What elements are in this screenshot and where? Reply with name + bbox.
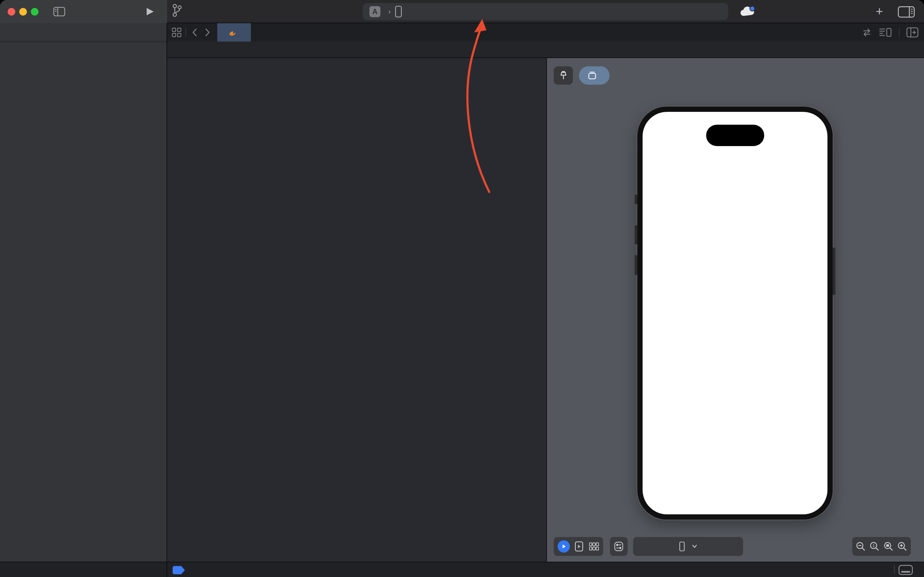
line-col-indicator bbox=[884, 565, 888, 574]
iphone-glyph-icon bbox=[679, 542, 685, 551]
cloud-activity-icon[interactable] bbox=[739, 5, 755, 18]
scheme-app-segment[interactable]: A bbox=[369, 6, 384, 17]
project-branch-block[interactable] bbox=[172, 2, 185, 18]
related-items-icon[interactable] bbox=[171, 27, 182, 38]
mute-switch bbox=[635, 195, 637, 204]
debug-status-bar bbox=[0, 562, 924, 577]
preview-canvas: 1 bbox=[547, 58, 924, 562]
swap-editor-icon[interactable] bbox=[862, 27, 872, 38]
jump-bar bbox=[167, 42, 924, 58]
tabbar-right-divider bbox=[899, 28, 900, 37]
chevron-down-icon bbox=[692, 545, 697, 548]
canvas-icon bbox=[588, 71, 597, 80]
breakpoint-indicator[interactable] bbox=[173, 566, 185, 574]
zoom-controls-group: 1 bbox=[852, 537, 911, 556]
live-preview-button[interactable] bbox=[558, 540, 570, 553]
zoom-window-button[interactable] bbox=[31, 8, 39, 16]
variants-mode-button[interactable] bbox=[589, 541, 599, 552]
power-button bbox=[833, 248, 835, 295]
run-button[interactable] bbox=[145, 7, 155, 16]
svg-text:1: 1 bbox=[872, 543, 875, 548]
sidebar-editor-divider[interactable] bbox=[167, 23, 167, 577]
device-settings-group bbox=[610, 537, 628, 556]
scheme-selector[interactable]: A › bbox=[363, 3, 728, 20]
scheme-chevron: › bbox=[388, 7, 391, 16]
editor-canvas-divider[interactable] bbox=[546, 58, 547, 562]
git-branch-icon bbox=[172, 2, 182, 18]
minimize-window-button[interactable] bbox=[19, 8, 27, 16]
titlebar: A › + bbox=[0, 0, 924, 23]
xcode-window: A › + + bbox=[0, 0, 924, 577]
scheme-destination-segment[interactable] bbox=[395, 6, 406, 18]
zoom-fit-icon[interactable] bbox=[883, 541, 894, 552]
debug-area-toggle-icon[interactable] bbox=[898, 565, 913, 575]
app-target-icon: A bbox=[369, 6, 380, 17]
close-window-button[interactable] bbox=[8, 8, 15, 16]
zoom-100-icon[interactable]: 1 bbox=[869, 541, 880, 552]
canvas-control-bar: 1 bbox=[547, 537, 924, 556]
titlebar-left-section bbox=[0, 0, 167, 23]
preview-destination-picker[interactable] bbox=[633, 537, 743, 556]
tabbar-divider bbox=[185, 28, 186, 37]
dynamic-island bbox=[706, 125, 764, 146]
iphone-screen[interactable] bbox=[642, 112, 827, 514]
go-forward-icon[interactable] bbox=[202, 27, 212, 38]
preview-mode-group bbox=[554, 537, 603, 556]
inspector-toggle-icon[interactable] bbox=[898, 6, 915, 18]
split-editor-icon[interactable] bbox=[906, 27, 919, 38]
iphone-device-icon bbox=[395, 6, 402, 18]
volume-up-button bbox=[635, 225, 637, 245]
iphone-preview-device bbox=[637, 106, 833, 519]
source-editor[interactable] bbox=[167, 58, 547, 562]
sidebar-toggle-icon[interactable] bbox=[53, 7, 65, 16]
volume-down-button bbox=[635, 255, 637, 275]
editor-tab-bar bbox=[167, 23, 924, 42]
project-navigator bbox=[0, 42, 167, 562]
navigator-icon-strip bbox=[0, 23, 167, 42]
zoom-out-icon[interactable] bbox=[855, 541, 866, 552]
library-plus-button[interactable]: + bbox=[873, 5, 885, 18]
statusbar-divider bbox=[894, 566, 895, 574]
adjust-editor-options-icon[interactable] bbox=[879, 27, 892, 38]
device-settings-button[interactable] bbox=[613, 541, 624, 552]
zoom-in-icon[interactable] bbox=[897, 541, 908, 552]
pin-preview-button[interactable] bbox=[554, 66, 573, 85]
tab-landingview[interactable] bbox=[217, 23, 251, 42]
selectable-mode-button[interactable] bbox=[573, 541, 584, 552]
swift-file-icon bbox=[228, 28, 237, 37]
go-back-icon[interactable] bbox=[190, 27, 200, 38]
preview-jump-button[interactable] bbox=[579, 66, 610, 85]
